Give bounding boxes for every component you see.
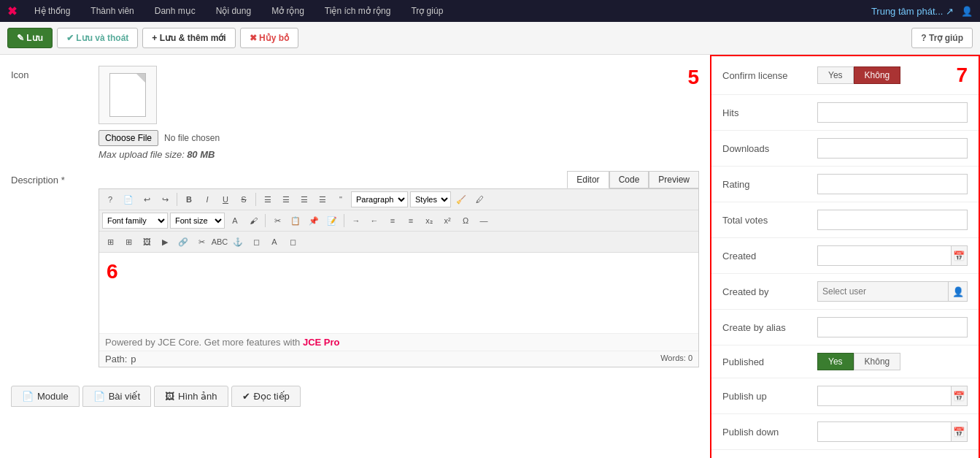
- hits-field: Hits: [711, 95, 979, 131]
- cancel-button[interactable]: ✖ Hủy bỏ: [240, 28, 298, 48]
- save-button[interactable]: ✎ Lưu: [7, 28, 53, 48]
- save-new-button[interactable]: + Lưu & thêm mới: [142, 28, 235, 48]
- created-calendar-btn[interactable]: 📅: [951, 245, 968, 266]
- user-icon[interactable]: 👤: [961, 6, 973, 17]
- publish-up-calendar-btn[interactable]: 📅: [951, 386, 968, 406]
- created-input[interactable]: [817, 245, 951, 266]
- tb-extra2-icon[interactable]: A: [266, 234, 282, 250]
- hits-input[interactable]: [817, 102, 968, 123]
- tb-unlink-icon[interactable]: ✂: [193, 234, 209, 250]
- tb-media-icon[interactable]: ▶: [157, 234, 173, 250]
- rating-input[interactable]: [817, 174, 968, 194]
- tb-font-family-select[interactable]: Font family: [102, 213, 168, 229]
- tb-align-justify-icon[interactable]: ☰: [315, 191, 331, 207]
- tb-paste-text-icon[interactable]: 📝: [324, 213, 340, 229]
- tb-align-center-icon[interactable]: ☰: [278, 191, 294, 207]
- tb-list-ol-icon[interactable]: ≡: [403, 213, 419, 229]
- create-by-alias-label: Create by alias: [722, 322, 817, 333]
- tab-doc-tiep[interactable]: ✔ Đọc tiếp: [231, 386, 301, 407]
- editor-footer-text: Powered by JCE Core. Get more features w…: [105, 337, 340, 348]
- publish-down-input[interactable]: [817, 421, 951, 442]
- nav-mo-rong[interactable]: Mở rộng: [269, 4, 307, 18]
- tb-special-char-icon[interactable]: Ω: [458, 213, 474, 229]
- nav-tien-ich[interactable]: Tiện ích mở rộng: [322, 4, 394, 18]
- published-field: Published Yes Không: [711, 346, 979, 378]
- trung-tam-link[interactable]: Trung tâm phát... ↗: [871, 6, 954, 17]
- tb-strike-icon[interactable]: S: [236, 191, 252, 207]
- nav-noi-dung[interactable]: Nội dung: [213, 4, 254, 18]
- tb-table-icon[interactable]: ⊞: [102, 234, 118, 250]
- tb-font-color-icon[interactable]: A: [227, 213, 243, 229]
- tb-extra3-icon[interactable]: ◻: [285, 234, 301, 250]
- tb-hr-icon[interactable]: —: [476, 213, 492, 229]
- publish-up-label: Publish up: [722, 391, 817, 402]
- tb-sub-icon[interactable]: x₂: [421, 213, 437, 229]
- tb-paste-icon[interactable]: 📌: [306, 213, 322, 229]
- editor-body[interactable]: 6: [99, 253, 698, 333]
- tb-sup-icon[interactable]: x²: [439, 213, 455, 229]
- tb-indent-icon[interactable]: →: [348, 213, 364, 229]
- tb-highlight-icon[interactable]: 🖌: [245, 213, 261, 229]
- tb-clear-icon[interactable]: 🧹: [453, 191, 469, 207]
- nav-tro-giup[interactable]: Trợ giúp: [408, 4, 446, 18]
- tb-styles-select[interactable]: Styles: [410, 191, 451, 207]
- tb-help-icon[interactable]: ?: [102, 191, 118, 207]
- tb-anchor-icon[interactable]: ⚓: [230, 234, 246, 250]
- select-user-btn[interactable]: 👤: [949, 281, 968, 302]
- publish-up-input[interactable]: [817, 386, 951, 406]
- tb-erase-icon[interactable]: 🖊: [471, 191, 487, 207]
- tb-bold-icon[interactable]: B: [181, 191, 197, 207]
- nav-danh-muc[interactable]: Danh mục: [152, 4, 198, 18]
- tb-undo-icon[interactable]: ↩: [139, 191, 155, 207]
- confirm-license-no-btn[interactable]: Không: [854, 66, 901, 84]
- tb-align-right-icon[interactable]: ☰: [296, 191, 312, 207]
- tb-list-ul-icon[interactable]: ≡: [385, 213, 401, 229]
- editor-tabs: Editor Code Preview: [99, 171, 699, 188]
- tb-redo-icon[interactable]: ↪: [157, 191, 173, 207]
- downloads-input[interactable]: [817, 138, 968, 159]
- tab-module[interactable]: 📄 Module: [11, 386, 80, 407]
- tab-code[interactable]: Code: [609, 171, 649, 188]
- tb-italic-icon[interactable]: I: [199, 191, 215, 207]
- jce-pro-link[interactable]: JCE Pro: [303, 337, 340, 348]
- total-votes-input[interactable]: [817, 210, 968, 230]
- tb-sep3: [265, 214, 266, 227]
- tb-underline-icon[interactable]: U: [217, 191, 234, 207]
- file-input-row: Choose File No file chosen: [99, 130, 680, 146]
- published-yes-btn[interactable]: Yes: [817, 353, 854, 370]
- publish-down-calendar-btn[interactable]: 📅: [951, 421, 968, 442]
- tb-table2-icon[interactable]: ⊞: [120, 234, 136, 250]
- tb-sep4: [344, 214, 344, 227]
- created-field: Created 📅: [711, 238, 979, 274]
- tb-image-icon[interactable]: 🖼: [139, 234, 155, 250]
- select-user-input[interactable]: [817, 281, 949, 302]
- tb-cut-icon[interactable]: ✂: [269, 213, 285, 229]
- nav-menu: Hệ thống Thành viên Danh mục Nội dung Mở…: [31, 4, 871, 18]
- published-no-btn[interactable]: Không: [854, 353, 901, 370]
- step7-number: 7: [956, 64, 968, 87]
- tb-align-left-icon[interactable]: ☰: [260, 191, 276, 207]
- tb-paragraph-select[interactable]: Paragraph: [351, 191, 408, 207]
- help-button[interactable]: ? Trợ giúp: [911, 28, 973, 48]
- create-by-alias-input[interactable]: [817, 317, 968, 337]
- tab-preview[interactable]: Preview: [649, 171, 699, 188]
- choose-file-button[interactable]: Choose File: [99, 130, 158, 146]
- tb-blockquote-icon[interactable]: ": [333, 191, 349, 207]
- tab-hinh-anh[interactable]: 🖼 Hình ảnh: [154, 386, 228, 407]
- created-by-field: Created by 👤: [711, 274, 979, 310]
- tab-bai-viet[interactable]: 📄 Bài viết: [82, 386, 151, 407]
- nav-he-thong[interactable]: Hệ thống: [31, 4, 73, 18]
- tb-outdent-icon[interactable]: ←: [366, 213, 382, 229]
- tb-new-doc-icon[interactable]: 📄: [120, 191, 136, 207]
- tb-copy-icon[interactable]: 📋: [288, 213, 304, 229]
- tb-font-size-select[interactable]: Font size: [170, 213, 225, 229]
- confirm-license-yes-btn[interactable]: Yes: [817, 66, 854, 84]
- tb-extra1-icon[interactable]: ◻: [248, 234, 264, 250]
- step6-number: 6: [107, 260, 118, 283]
- tb-spell-icon[interactable]: ABC: [212, 234, 228, 250]
- nav-thanh-vien[interactable]: Thành viên: [88, 4, 136, 18]
- editor-path: Path: p: [105, 354, 136, 365]
- tab-editor[interactable]: Editor: [567, 171, 609, 188]
- save-close-button[interactable]: ✔ Lưu và thoát: [57, 28, 138, 48]
- tb-link-icon[interactable]: 🔗: [175, 234, 191, 250]
